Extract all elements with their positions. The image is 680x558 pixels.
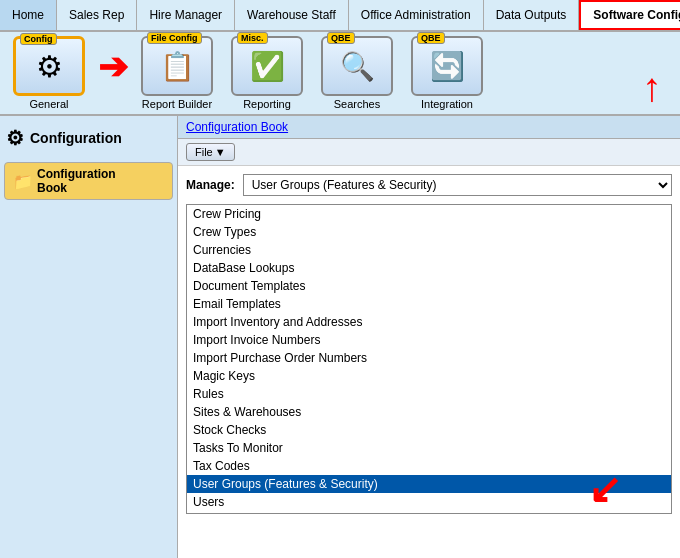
manage-dropdown-list[interactable]: Crew PricingCrew TypesCurrenciesDataBase…	[186, 204, 672, 514]
searches-icon: 🔍	[340, 50, 375, 83]
general-label: General	[29, 98, 68, 110]
general-icon-box: Config ⚙	[13, 36, 85, 96]
list-item[interactable]: Document Templates	[187, 277, 671, 295]
list-item[interactable]: Email Templates	[187, 295, 671, 313]
toolbar-btn-reporting[interactable]: Misc. ✅ Reporting	[226, 36, 308, 110]
report-builder-label: Report Builder	[142, 98, 212, 110]
toolbar-btn-searches[interactable]: QBE 🔍 Searches	[316, 36, 398, 110]
list-item[interactable]: Tax Codes	[187, 457, 671, 475]
list-item[interactable]: Sites & Warehouses	[187, 403, 671, 421]
list-item[interactable]: User Groups (Features & Security)	[187, 475, 671, 493]
report-builder-icon-box: File Config 📋	[141, 36, 213, 96]
sidebar-item-icon: 📁	[13, 172, 33, 191]
report-builder-badge: File Config	[147, 32, 202, 44]
toolbar-btn-report-builder[interactable]: File Config 📋 Report Builder	[136, 36, 218, 110]
sidebar-title: Configuration	[30, 130, 122, 146]
toolbar-btn-integration[interactable]: QBE 🔄 Integration	[406, 36, 488, 110]
integration-badge: QBE	[417, 32, 445, 44]
tab-software-configuration[interactable]: Software Configuration	[579, 0, 680, 30]
report-builder-icon: 📋	[160, 50, 195, 83]
arrow-to-sc-icon: ↑	[642, 65, 662, 110]
searches-badge: QBE	[327, 32, 355, 44]
tab-warehouse-staff[interactable]: Warehouse Staff	[235, 0, 349, 30]
general-icon: ⚙	[36, 49, 63, 84]
list-item[interactable]: Crew Pricing	[187, 205, 671, 223]
reporting-label: Reporting	[243, 98, 291, 110]
main-area: ⚙ Configuration 📁 ConfigurationBook Conf…	[0, 116, 680, 558]
searches-icon-box: QBE 🔍	[321, 36, 393, 96]
list-item[interactable]: Import Invoice Numbers	[187, 331, 671, 349]
file-dropdown-icon: ▼	[215, 146, 226, 158]
sidebar-header: ⚙ Configuration	[4, 124, 173, 152]
list-item[interactable]: Vehicle Types	[187, 511, 671, 514]
integration-icon-box: QBE 🔄	[411, 36, 483, 96]
toolbar: Config ⚙ General ➔ File Config 📋 Report …	[0, 32, 680, 116]
toolbar-btn-general[interactable]: Config ⚙ General	[8, 36, 90, 110]
list-item[interactable]: Rules	[187, 385, 671, 403]
breadcrumb-link[interactable]: Configuration Book	[186, 120, 288, 134]
searches-label: Searches	[334, 98, 380, 110]
reporting-icon-box: Misc. ✅	[231, 36, 303, 96]
breadcrumb-bar: Configuration Book	[178, 116, 680, 139]
manage-row: Manage: Select Details to Manage... Crew…	[178, 166, 680, 204]
manage-select[interactable]: Select Details to Manage... Crew Pricing…	[243, 174, 672, 196]
integration-label: Integration	[421, 98, 473, 110]
sidebar-item-config-book[interactable]: 📁 ConfigurationBook	[4, 162, 173, 200]
tab-office-administration[interactable]: Office Administration	[349, 0, 484, 30]
top-nav: Home Sales Rep Hire Manager Warehouse St…	[0, 0, 680, 32]
arrow-to-sc-container: ↑	[496, 69, 672, 110]
tab-hire-manager[interactable]: Hire Manager	[137, 0, 235, 30]
sidebar: ⚙ Configuration 📁 ConfigurationBook	[0, 116, 178, 558]
list-item[interactable]: Import Purchase Order Numbers	[187, 349, 671, 367]
list-item[interactable]: Users	[187, 493, 671, 511]
content-toolbar: File ▼	[178, 139, 680, 166]
integration-icon: 🔄	[430, 50, 465, 83]
list-item[interactable]: DataBase Lookups	[187, 259, 671, 277]
list-item[interactable]: Tasks To Monitor	[187, 439, 671, 457]
list-item[interactable]: Currencies	[187, 241, 671, 259]
manage-label: Manage:	[186, 178, 235, 192]
list-item[interactable]: Import Inventory and Addresses	[187, 313, 671, 331]
file-button[interactable]: File ▼	[186, 143, 235, 161]
tab-home[interactable]: Home	[0, 0, 57, 30]
tab-sales-rep[interactable]: Sales Rep	[57, 0, 137, 30]
list-item[interactable]: Magic Keys	[187, 367, 671, 385]
list-item[interactable]: Stock Checks	[187, 421, 671, 439]
file-button-label: File	[195, 146, 213, 158]
arrow-to-report-builder: ➔	[98, 46, 128, 88]
reporting-icon: ✅	[250, 50, 285, 83]
sidebar-item-label: ConfigurationBook	[37, 167, 116, 195]
reporting-badge: Misc.	[237, 32, 268, 44]
tab-data-outputs[interactable]: Data Outputs	[484, 0, 580, 30]
list-item[interactable]: Crew Types	[187, 223, 671, 241]
general-badge: Config	[20, 33, 57, 45]
app-container: Home Sales Rep Hire Manager Warehouse St…	[0, 0, 680, 558]
content-area: Configuration Book File ▼ Manage: Select…	[178, 116, 680, 558]
config-icon: ⚙	[6, 126, 24, 150]
